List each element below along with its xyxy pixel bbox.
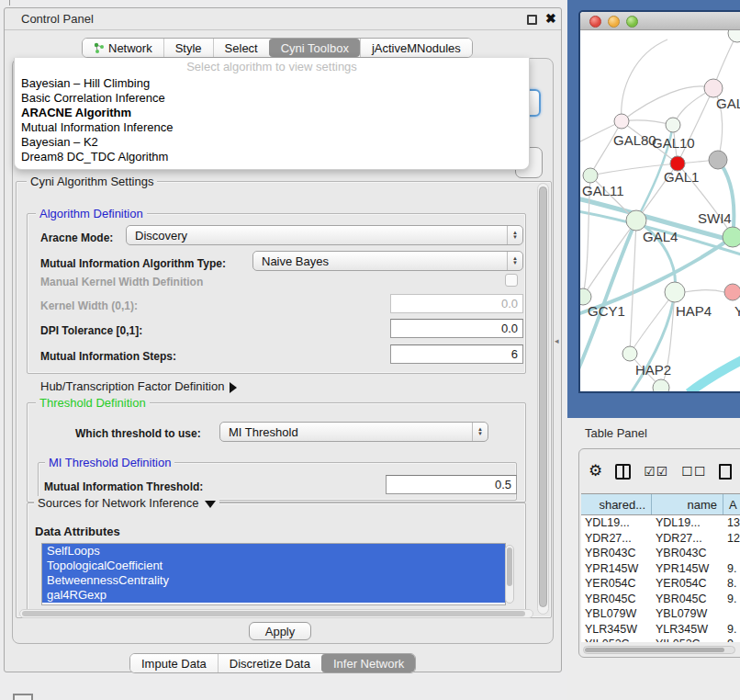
column-header-truncated[interactable]: A: [723, 494, 740, 514]
algorithm-option[interactable]: Bayesian – K2: [15, 135, 529, 150]
network-node[interactable]: [709, 151, 727, 169]
close-icon[interactable]: ✖: [545, 11, 556, 26]
table-cell[interactable]: YBL079W: [581, 606, 652, 622]
table-cell[interactable]: YLR345W: [652, 622, 723, 638]
network-node-hap4[interactable]: [665, 282, 685, 302]
table-row[interactable]: YLR345WYLR345W9.: [581, 622, 740, 638]
kernel-width-input[interactable]: 0.0: [390, 294, 523, 313]
network-node-gal[interactable]: [704, 79, 723, 97]
network-node-gal80[interactable]: [614, 114, 629, 129]
document-icon[interactable]: [719, 464, 732, 480]
table-cell[interactable]: YLR345W: [581, 622, 652, 638]
algorithm-option[interactable]: Dream8 DC_TDC Algorithm: [15, 150, 529, 164]
table-cell[interactable]: 12: [723, 531, 740, 547]
settings-horizontal-scrollbar[interactable]: [19, 609, 533, 618]
table-row[interactable]: YER054CYER054C8.: [581, 576, 740, 592]
table-cell[interactable]: YDR27...: [581, 531, 652, 547]
scrollbar-thumb[interactable]: [539, 186, 547, 607]
hub-tf-definition-toggle[interactable]: Hub/Transcription Factor Definition: [40, 379, 237, 393]
show-columns-icon[interactable]: ☑☑: [644, 464, 668, 479]
mi-steps-input[interactable]: 6: [390, 344, 523, 364]
table-cell[interactable]: YBR043C: [581, 546, 652, 561]
table-row[interactable]: YDL19...YDL19...13: [581, 515, 740, 531]
table-horizontal-scrollbar[interactable]: [583, 646, 735, 654]
column-header-name[interactable]: name: [652, 494, 723, 514]
table-row[interactable]: YPR145WYPR145W9.: [581, 561, 740, 577]
table-cell[interactable]: YDR27...: [652, 531, 723, 547]
minimize-traffic-light-icon[interactable]: [608, 16, 620, 28]
scrollbar-thumb[interactable]: [507, 548, 512, 586]
network-node[interactable]: [728, 30, 740, 42]
table-cell[interactable]: YIL052C: [652, 637, 723, 642]
tab-discretize-data[interactable]: Discretize Data: [218, 654, 321, 672]
dpi-tolerance-input[interactable]: 0.0: [390, 319, 523, 338]
tab-infer-network[interactable]: Infer Network: [321, 654, 415, 672]
aracne-mode-combo[interactable]: Discovery ▲▼: [126, 225, 523, 245]
algorithm-option[interactable]: Mutual Information Inference: [15, 120, 529, 135]
network-window-titlebar[interactable]: [580, 12, 740, 30]
table-cell[interactable]: YDL19...: [652, 515, 723, 531]
tab-style[interactable]: Style: [163, 39, 213, 57]
panel-splitter-collapse-arrow[interactable]: ◂: [555, 336, 559, 345]
manual-kernel-width-checkbox[interactable]: [505, 274, 518, 287]
network-node-gal11[interactable]: [583, 168, 598, 183]
algorithm-option[interactable]: Bayesian – Hill Climbing: [15, 76, 529, 91]
data-attribute-item[interactable]: TopologicalCoefficient: [42, 559, 505, 573]
data-attribute-item[interactable]: SelfLoops: [42, 544, 505, 559]
table-cell[interactable]: [723, 606, 740, 622]
tab-jactivemnodules[interactable]: jActiveMNodules: [360, 39, 472, 57]
table-row[interactable]: YDR27...YDR27...12: [581, 531, 740, 547]
table-cell[interactable]: YBR045C: [652, 592, 723, 607]
network-node[interactable]: [653, 379, 669, 393]
table-cell[interactable]: YDL19...: [581, 515, 652, 531]
table-cell[interactable]: 9.: [723, 592, 740, 607]
table-cell[interactable]: YER054C: [652, 576, 723, 592]
table-cell[interactable]: YBR043C: [652, 546, 723, 561]
apply-button[interactable]: Apply: [249, 622, 311, 640]
table-cell[interactable]: 9.: [723, 561, 740, 577]
table-cell[interactable]: YIL052C: [581, 637, 652, 642]
network-node-gal10[interactable]: [666, 118, 680, 132]
tab-select[interactable]: Select: [213, 39, 269, 57]
table-cell[interactable]: 13: [723, 515, 740, 531]
column-header-shared-name[interactable]: shared...: [581, 494, 652, 514]
table-row[interactable]: YBL079WYBL079W: [581, 606, 740, 622]
minimized-panel-icon[interactable]: [13, 694, 33, 700]
data-attribute-item[interactable]: BetweennessCentrality: [42, 573, 505, 588]
table-cell[interactable]: YPR145W: [652, 561, 723, 577]
table-cell[interactable]: 9: [723, 637, 740, 642]
columns-icon[interactable]: [615, 464, 631, 480]
scrollbar-thumb[interactable]: [585, 648, 724, 652]
network-node-y[interactable]: [724, 284, 740, 300]
float-window-icon[interactable]: [527, 15, 537, 25]
tab-cyni-toolbox[interactable]: Cyni Toolbox: [269, 39, 360, 57]
algorithm-option[interactable]: ARACNE Algorithm: [15, 106, 529, 120]
network-node-swi4[interactable]: [723, 227, 740, 247]
sources-toggle[interactable]: Sources for Network Inference: [34, 496, 219, 510]
table-cell[interactable]: YBL079W: [652, 606, 723, 622]
which-threshold-combo[interactable]: MI Threshold ▲▼: [219, 422, 488, 442]
table-cell[interactable]: YPR145W: [581, 561, 652, 577]
table-cell[interactable]: [723, 546, 740, 561]
table-row[interactable]: YIL052CYIL052C9: [581, 637, 740, 642]
attribute-list-scrollbar[interactable]: [505, 545, 514, 604]
gear-icon[interactable]: ⚙: [589, 462, 602, 480]
settings-vertical-scrollbar[interactable]: [537, 183, 549, 615]
table-cell[interactable]: YER054C: [581, 576, 652, 592]
network-canvas[interactable]: GALGAL80GAL10GAL1GAL11GAL4SWI4GCY1HAP4YH…: [580, 30, 740, 393]
network-node-gal4[interactable]: [626, 210, 646, 231]
zoom-traffic-light-icon[interactable]: [626, 16, 638, 28]
table-cell[interactable]: YBR045C: [581, 592, 652, 607]
close-traffic-light-icon[interactable]: [589, 16, 601, 28]
mi-algorithm-type-combo[interactable]: Naive Bayes ▲▼: [252, 251, 523, 271]
data-attribute-item[interactable]: gal4RGexp: [42, 588, 505, 603]
tab-network[interactable]: Network: [83, 39, 163, 57]
algorithm-option[interactable]: Basic Correlation Inference: [15, 91, 529, 106]
table-cell[interactable]: 8.: [723, 576, 740, 592]
table-row[interactable]: YBR045CYBR045C9.: [581, 592, 740, 607]
mi-threshold-input[interactable]: 0.5: [386, 475, 517, 494]
table-cell[interactable]: 9.: [723, 622, 740, 638]
hide-columns-icon[interactable]: ☐☐: [681, 464, 706, 479]
network-node-hap2[interactable]: [622, 346, 637, 361]
table-row[interactable]: YBR043CYBR043C: [581, 546, 740, 561]
